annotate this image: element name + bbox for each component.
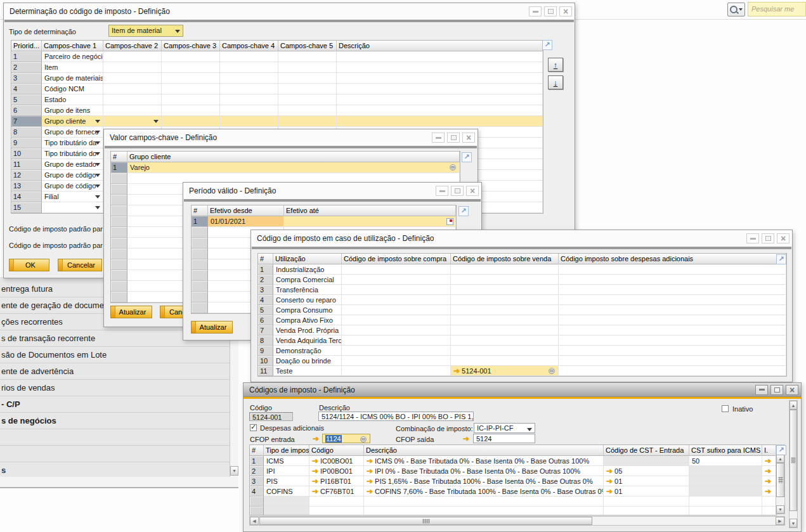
imposto-venda-cell[interactable]: [451, 264, 559, 275]
menu-item[interactable]: rios de vendas: [0, 380, 230, 396]
efetivo-desde-cell[interactable]: 01/01/2021: [208, 216, 284, 227]
imposto-compra-cell[interactable]: [342, 295, 451, 305]
imposto-compra-cell[interactable]: [342, 264, 451, 275]
imposto-compra-cell[interactable]: [342, 275, 451, 285]
imposto-despesas-cell[interactable]: [559, 356, 786, 366]
imposto-despesas-cell[interactable]: [559, 285, 786, 295]
link-arrow-icon[interactable]: [606, 467, 613, 475]
row-number-cell[interactable]: [111, 249, 127, 259]
row-number-cell[interactable]: [111, 195, 127, 205]
descricao-cell[interactable]: [337, 84, 543, 94]
scroll-right-icon[interactable]: [776, 517, 784, 525]
tipo-imposto-cell[interactable]: [264, 507, 309, 516]
codigo-cell[interactable]: IC00BO01: [309, 456, 364, 466]
utilizacao-cell[interactable]: Compra Ativo Fixo: [273, 315, 342, 325]
menu-item[interactable]: s: [0, 462, 230, 477]
campos-chave-5-cell[interactable]: [278, 94, 337, 105]
imposto-venda-cell[interactable]: [451, 315, 559, 325]
imposto-despesas-cell[interactable]: [559, 295, 786, 305]
row-number-cell[interactable]: 11: [11, 159, 42, 170]
descricao-cell[interactable]: IPI 0% - Base Tributada 0% - Base Isenta…: [364, 466, 604, 476]
row-number-cell[interactable]: 5: [258, 305, 273, 315]
link-arrow-icon[interactable]: [367, 457, 373, 465]
campos-chave-4-cell[interactable]: [220, 94, 278, 105]
imposto-compra-cell[interactable]: [342, 335, 451, 346]
row-number-cell[interactable]: [111, 281, 127, 292]
window-periodo-titlebar[interactable]: Período válido - Definição: [183, 183, 481, 199]
row-number-cell[interactable]: 6: [258, 315, 273, 325]
row-number-cell[interactable]: 14: [11, 191, 42, 202]
row-number-cell[interactable]: [192, 227, 208, 238]
inativo-checkbox[interactable]: [722, 405, 729, 412]
campos-chave-2-cell[interactable]: [103, 105, 162, 116]
minimize-icon[interactable]: [755, 385, 768, 395]
campos-chave-1-cell[interactable]: Código NCM: [42, 84, 103, 94]
campos-chave-4-cell[interactable]: [220, 84, 278, 94]
window-valor-campos-titlebar[interactable]: Valor campos-chave - Definição: [104, 129, 478, 146]
scrollbar-thumb[interactable]: [776, 463, 784, 497]
row-number-cell[interactable]: 15: [11, 202, 42, 213]
imposto-venda-cell[interactable]: 5124-001: [451, 366, 559, 376]
row-number-cell[interactable]: 7: [258, 325, 273, 335]
row-number-cell[interactable]: 2: [11, 62, 42, 73]
window-codigos-titlebar[interactable]: Códigos de imposto - Definição: [244, 383, 801, 397]
despesas-adicionais-checkbox[interactable]: [250, 424, 257, 431]
descricao-cell[interactable]: [337, 51, 543, 62]
cst-sufixo-cell[interactable]: [689, 476, 762, 486]
efetivo-ate-cell[interactable]: [284, 216, 456, 227]
window-utilizacao-titlebar[interactable]: Código de imposto em caso de utilização …: [251, 230, 792, 247]
row-number-cell[interactable]: 8: [11, 127, 42, 138]
close-icon[interactable]: [462, 133, 475, 143]
campos-chave-1-cell[interactable]: Tipo tributário da: [42, 138, 103, 148]
utilizacao-cell[interactable]: Conserto ou reparo: [273, 295, 342, 305]
row-number-cell[interactable]: 10: [11, 148, 42, 159]
scroll-down-icon[interactable]: [776, 505, 784, 514]
tipo-imposto-cell[interactable]: PIS: [264, 476, 309, 486]
campos-chave-5-cell[interactable]: [278, 84, 337, 94]
imposto-despesas-cell[interactable]: [559, 305, 786, 315]
campos-chave-5-cell[interactable]: [278, 62, 337, 73]
imposto-venda-cell[interactable]: [451, 285, 559, 295]
row-number-cell[interactable]: 1: [192, 216, 208, 227]
scrollbar-thumb[interactable]: [790, 410, 797, 511]
descricao-field[interactable]: 5124/1124 - ICMS 00% BO - IPI 00% BO - P…: [318, 412, 474, 421]
campos-chave-1-cell[interactable]: [42, 202, 103, 213]
row-number-cell[interactable]: [111, 173, 127, 184]
campos-chave-5-cell[interactable]: [278, 116, 337, 127]
cst-sufixo-cell[interactable]: [689, 466, 762, 476]
row-number-cell[interactable]: 1: [111, 162, 127, 173]
link-arrow-icon[interactable]: [367, 477, 373, 485]
campos-chave-1-cell[interactable]: Grupo de código: [42, 181, 103, 191]
codigo-cell[interactable]: IP00BO01: [309, 466, 364, 476]
menu-item[interactable]: [0, 446, 230, 462]
row-number-cell[interactable]: 1: [258, 264, 273, 275]
tipo-imposto-cell[interactable]: IPI: [264, 466, 309, 476]
cfop-entrada-field[interactable]: 1124: [322, 434, 370, 443]
link-arrow-icon[interactable]: [463, 435, 469, 443]
imposto-compra-cell[interactable]: [342, 285, 451, 295]
link-arrow-icon[interactable]: [606, 488, 613, 495]
campos-chave-4-cell[interactable]: [220, 116, 278, 127]
cst-sufixo-cell[interactable]: [689, 486, 762, 496]
row-number-cell[interactable]: 5: [11, 94, 42, 105]
imposto-link-cell[interactable]: [762, 476, 776, 486]
close-icon[interactable]: [559, 6, 572, 16]
utilizacao-cell[interactable]: Venda Prod. Própria: [273, 325, 342, 335]
imposto-link-cell[interactable]: [762, 456, 776, 466]
row-number-cell[interactable]: 13: [11, 181, 42, 191]
codigo-cell[interactable]: PI16BT01: [309, 476, 364, 486]
row-number-cell[interactable]: [250, 496, 264, 507]
imposto-venda-cell[interactable]: [451, 335, 559, 346]
link-arrow-icon[interactable]: [312, 488, 318, 495]
cst-entrada-cell[interactable]: 01: [604, 476, 689, 486]
imposto-compra-cell[interactable]: [342, 346, 451, 356]
row-number-cell[interactable]: [192, 281, 208, 292]
row-number-cell[interactable]: 4: [250, 486, 264, 496]
campos-chave-4-cell[interactable]: [220, 51, 278, 62]
move-row-down-button[interactable]: ↓: [548, 75, 563, 89]
cfop-saida-field[interactable]: 5124: [473, 434, 535, 443]
link-arrow-icon[interactable]: [313, 435, 319, 443]
tipo-imposto-cell[interactable]: COFINS: [264, 486, 309, 496]
link-arrow-icon[interactable]: [606, 477, 613, 485]
expand-grid-icon[interactable]: [542, 40, 552, 50]
